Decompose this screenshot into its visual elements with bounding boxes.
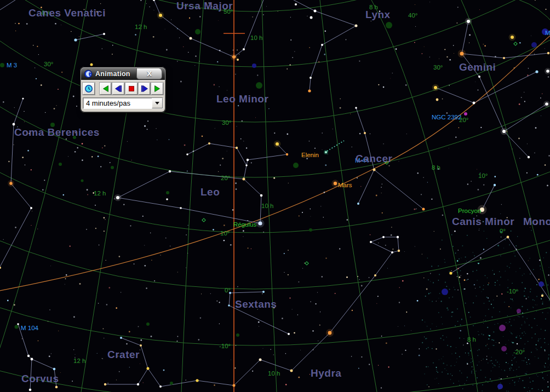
star[interactable]	[27, 355, 30, 357]
star[interactable]	[237, 59, 239, 61]
star[interactable]	[137, 383, 139, 385]
star[interactable]	[116, 196, 119, 199]
star[interactable]	[258, 221, 262, 225]
star[interactable]	[169, 170, 171, 172]
galaxy-marker[interactable]	[195, 29, 200, 34]
star[interactable]	[259, 359, 262, 361]
star[interactable]	[355, 107, 357, 109]
star[interactable]	[373, 169, 376, 171]
galaxy-marker[interactable]	[0, 63, 4, 67]
star[interactable]	[364, 132, 366, 134]
star[interactable]	[140, 344, 142, 347]
star[interactable]	[196, 379, 198, 382]
star[interactable]	[547, 52, 549, 54]
star[interactable]	[276, 142, 279, 146]
star[interactable]	[511, 36, 514, 39]
star[interactable]	[90, 64, 93, 66]
sky-map[interactable]: 40°12 h50°10 h8 h40°30°30°20°10°0°-10°30…	[0, 0, 550, 392]
object-label[interactable]: M	[545, 30, 550, 36]
star[interactable]	[30, 207, 32, 209]
time-step-select[interactable]: 4 minutes/pas	[83, 97, 163, 109]
step-forward-button[interactable]	[139, 83, 151, 95]
star[interactable]	[0, 267, 1, 269]
galaxy-marker[interactable]	[386, 22, 392, 28]
star[interactable]	[104, 383, 106, 385]
star[interactable]	[546, 70, 549, 73]
star[interactable]	[153, 0, 155, 1]
galaxy-marker[interactable]	[81, 180, 84, 182]
comet-head[interactable]	[325, 151, 327, 153]
star[interactable]	[310, 77, 312, 79]
star[interactable]	[374, 274, 376, 276]
galaxy-marker[interactable]	[111, 166, 114, 169]
star[interactable]	[321, 44, 323, 46]
star[interactable]	[422, 208, 425, 211]
star[interactable]	[236, 147, 238, 149]
star[interactable]	[507, 236, 509, 239]
star[interactable]	[503, 57, 505, 59]
step-backward-button[interactable]	[112, 83, 124, 95]
star[interactable]	[494, 184, 496, 186]
cluster-marker[interactable]	[531, 42, 537, 48]
galaxy-marker[interactable]	[15, 325, 19, 329]
galaxy-marker[interactable]	[236, 333, 239, 337]
cluster-marker[interactable]	[442, 289, 448, 295]
star[interactable]	[9, 182, 13, 185]
play-backward-button[interactable]	[100, 83, 112, 95]
star[interactable]	[328, 331, 332, 335]
cluster-marker[interactable]	[252, 64, 256, 68]
time-interval-button[interactable]	[83, 83, 95, 95]
cluster-marker[interactable]	[517, 309, 521, 313]
star[interactable]	[208, 142, 210, 145]
star[interactable]	[357, 203, 359, 205]
play-forward-button[interactable]	[151, 83, 163, 95]
animation-dialog-titlebar[interactable]: Animation X	[81, 68, 165, 80]
star[interactable]	[449, 272, 452, 274]
star[interactable]	[233, 384, 236, 387]
galaxy-marker[interactable]	[309, 228, 312, 232]
star[interactable]	[502, 130, 506, 133]
star[interactable]	[190, 37, 192, 40]
star[interactable]	[147, 367, 150, 370]
star[interactable]	[334, 182, 337, 185]
star[interactable]	[286, 153, 288, 155]
star[interactable]	[243, 178, 245, 181]
star[interactable]	[545, 102, 548, 106]
cluster-marker[interactable]	[501, 346, 507, 351]
star[interactable]	[295, 3, 297, 5]
star[interactable]	[247, 159, 249, 161]
cluster-marker[interactable]	[464, 112, 467, 116]
star[interactable]	[22, 97, 24, 99]
star[interactable]	[180, 207, 182, 209]
star[interactable]	[228, 304, 230, 307]
object-label[interactable]: NGC 2392	[432, 114, 461, 120]
star[interactable]	[478, 76, 480, 78]
star[interactable]	[310, 16, 313, 19]
galaxy-marker[interactable]	[59, 163, 62, 166]
star[interactable]	[120, 337, 122, 339]
star[interactable]	[245, 164, 248, 166]
star[interactable]	[288, 333, 290, 335]
star[interactable]	[290, 370, 293, 372]
star[interactable]	[391, 251, 393, 253]
star[interactable]	[31, 358, 33, 361]
star[interactable]	[55, 386, 58, 389]
star[interactable]	[159, 14, 162, 17]
object-label[interactable]: Procyon	[458, 207, 481, 214]
star[interactable]	[434, 86, 437, 89]
star[interactable]	[232, 55, 236, 59]
object-label[interactable]: Elenin	[301, 152, 319, 158]
galaxy-marker[interactable]	[293, 163, 299, 168]
stop-button[interactable]	[125, 83, 138, 95]
galaxy-marker[interactable]	[256, 82, 262, 89]
star[interactable]	[397, 236, 399, 238]
cluster-marker[interactable]	[497, 384, 503, 389]
comet-elenin[interactable]	[324, 141, 344, 154]
star[interactable]	[262, 291, 265, 293]
star[interactable]	[541, 295, 543, 297]
galaxy-marker[interactable]	[166, 191, 169, 194]
object-label[interactable]: M 104	[21, 325, 39, 331]
star[interactable]	[355, 25, 358, 27]
star[interactable]	[308, 89, 311, 92]
star[interactable]	[243, 48, 245, 50]
